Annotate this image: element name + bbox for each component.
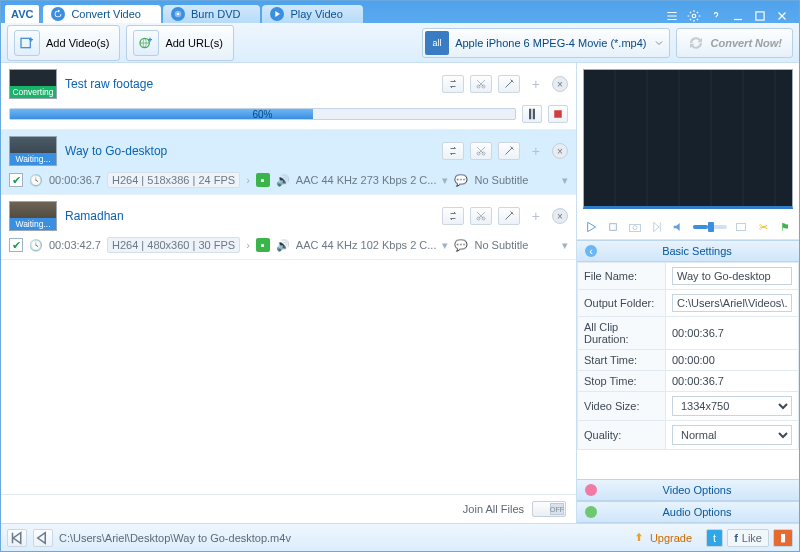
remove-button[interactable]: ×: [552, 143, 568, 159]
video-icon: ▪: [256, 173, 270, 187]
all-clip-duration: 00:00:36.7: [666, 317, 799, 350]
audio-options-header[interactable]: Audio Options: [577, 501, 799, 523]
swap-button[interactable]: [442, 75, 464, 93]
scissors-icon[interactable]: ✂: [755, 219, 771, 235]
add-urls-button[interactable]: Add URL(s): [126, 25, 233, 61]
tab-play-video[interactable]: Play Video: [262, 5, 362, 23]
ratio-icon[interactable]: [733, 219, 749, 235]
convert-now-button[interactable]: Convert Now!: [676, 28, 794, 58]
basic-settings-header[interactable]: ‹ Basic Settings: [577, 240, 799, 262]
remove-button[interactable]: ×: [552, 76, 568, 92]
file-list-panel: Converting Test raw footage + × 60%: [1, 63, 577, 523]
basic-settings-label: Basic Settings: [603, 245, 791, 257]
item-checkbox[interactable]: ✔: [9, 173, 23, 187]
window-controls: [659, 9, 795, 23]
join-all-toggle[interactable]: OFF: [532, 501, 566, 517]
list-item[interactable]: Waiting... Way to Go-desktop + × ✔ 🕓 00:…: [1, 130, 576, 195]
add-url-icon: [133, 30, 159, 56]
item-checkbox[interactable]: ✔: [9, 238, 23, 252]
add-urls-label: Add URL(s): [165, 37, 222, 49]
output-folder-input[interactable]: [672, 294, 792, 312]
side-panel: ✂ ⚑ ‹ Basic Settings File Name: Output F…: [577, 63, 799, 523]
tab-burn-dvd[interactable]: Burn DVD: [163, 5, 261, 23]
field-label: Quality:: [578, 421, 666, 450]
chevron-down-icon[interactable]: ▾: [562, 239, 568, 252]
field-label: File Name:: [578, 263, 666, 290]
output-profile-select[interactable]: all Apple iPhone 6 MPEG-4 Movie (*.mp4): [422, 28, 669, 58]
pause-button[interactable]: [522, 105, 542, 123]
video-icon: ▪: [256, 238, 270, 252]
help-icon[interactable]: [707, 9, 725, 23]
go-start-icon[interactable]: [7, 529, 27, 547]
upgrade-link[interactable]: Upgrade: [624, 531, 700, 545]
stop-button[interactable]: [548, 105, 568, 123]
swap-button[interactable]: [442, 207, 464, 225]
item-title: Way to Go-desktop: [65, 144, 434, 158]
add-clip-icon[interactable]: +: [528, 143, 544, 159]
close-icon[interactable]: [773, 9, 791, 23]
app-logo: AVC: [5, 5, 39, 23]
play-icon: [270, 7, 284, 21]
file-name-input[interactable]: [672, 267, 792, 285]
snapshot-icon[interactable]: [627, 219, 643, 235]
chevron-down-icon[interactable]: ▾: [442, 239, 448, 252]
add-clip-icon[interactable]: +: [528, 208, 544, 224]
volume-slider[interactable]: [693, 225, 727, 229]
tab-label: Burn DVD: [191, 8, 241, 20]
stop-icon[interactable]: [605, 219, 621, 235]
trim-button[interactable]: [470, 75, 492, 93]
video-options-header[interactable]: Video Options: [577, 479, 799, 501]
svg-rect-3: [756, 12, 764, 20]
marker-icon[interactable]: ⚑: [777, 219, 793, 235]
add-videos-label: Add Video(s): [46, 37, 109, 49]
chevron-down-icon[interactable]: ▾: [562, 174, 568, 187]
status-bar: C:\Users\Ariel\Desktop\Way to Go-desktop…: [1, 523, 799, 551]
effects-button[interactable]: [498, 207, 520, 225]
facebook-like-button[interactable]: fLike: [727, 529, 769, 547]
list-item[interactable]: Converting Test raw footage + × 60%: [1, 63, 576, 130]
video-spec: H264 | 480x360 | 30 FPS: [107, 237, 240, 253]
maximize-icon[interactable]: [751, 9, 769, 23]
svg-rect-13: [610, 224, 617, 231]
video-size-select[interactable]: 1334x750: [672, 396, 792, 416]
status-badge: Converting: [10, 86, 56, 98]
step-icon[interactable]: [649, 219, 665, 235]
add-video-icon: [14, 30, 40, 56]
remove-button[interactable]: ×: [552, 208, 568, 224]
play-icon[interactable]: [583, 219, 599, 235]
basic-settings-table: File Name: Output Folder: All Clip Durat…: [577, 262, 799, 450]
rss-button[interactable]: ▮: [773, 529, 793, 547]
quality-select[interactable]: Normal: [672, 425, 792, 445]
subtitle: No Subtitle: [474, 239, 556, 251]
go-prev-icon[interactable]: [33, 529, 53, 547]
effects-button[interactable]: [498, 75, 520, 93]
gear-icon[interactable]: [685, 9, 703, 23]
options-icon[interactable]: [663, 9, 681, 23]
twitter-button[interactable]: t: [706, 529, 723, 547]
chevron-down-icon[interactable]: ▾: [442, 174, 448, 187]
svg-point-2: [692, 14, 696, 18]
subtitle-icon: 💬: [454, 238, 468, 252]
chevron-right-icon[interactable]: ›: [246, 174, 250, 186]
add-clip-icon[interactable]: +: [528, 76, 544, 92]
join-all-label: Join All Files: [463, 503, 524, 515]
effects-button[interactable]: [498, 142, 520, 160]
trim-button[interactable]: [470, 207, 492, 225]
video-preview[interactable]: [583, 69, 793, 209]
list-item[interactable]: Waiting... Ramadhan + × ✔ 🕓 00:03:42.7: [1, 195, 576, 260]
toolbar: Add Video(s) Add URL(s) all Apple iPhone…: [1, 23, 799, 63]
chevron-down-icon: [653, 37, 665, 49]
add-videos-button[interactable]: Add Video(s): [7, 25, 120, 61]
tab-label: Convert Video: [71, 8, 141, 20]
subtitle-icon: 💬: [454, 173, 468, 187]
chevron-right-icon[interactable]: ›: [246, 239, 250, 251]
profile-label: Apple iPhone 6 MPEG-4 Movie (*.mp4): [455, 37, 646, 49]
tab-convert-video[interactable]: Convert Video: [43, 5, 161, 23]
swap-button[interactable]: [442, 142, 464, 160]
convert-now-label: Convert Now!: [711, 37, 783, 49]
refresh-icon: [51, 7, 65, 21]
volume-icon[interactable]: [671, 219, 687, 235]
audio-icon: 🔊: [276, 238, 290, 252]
trim-button[interactable]: [470, 142, 492, 160]
minimize-icon[interactable]: [729, 9, 747, 23]
